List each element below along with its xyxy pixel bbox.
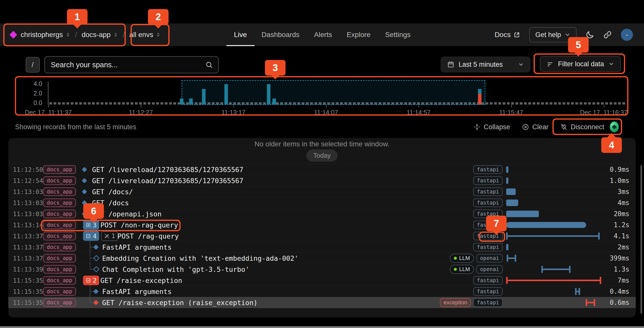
bottom-strip (0, 326, 644, 328)
avatar[interactable]: - (621, 29, 633, 41)
row-duration: 3ms (618, 188, 629, 195)
row-duration: 7ms (618, 277, 629, 284)
project-tag: docs_app (43, 298, 76, 307)
search-shortcut-key: / (26, 57, 40, 73)
row-timestamp: 11:13:37 (13, 255, 43, 262)
clear-button[interactable]: Clear (522, 123, 549, 131)
duration-bar (575, 288, 580, 295)
table-row[interactable]: 11:15:35docs_app2GET /raise-exceptionfas… (8, 275, 636, 286)
time-range-button[interactable]: Last 5 minutes (441, 57, 530, 72)
duration-bar (506, 200, 518, 206)
framework-tag: fastapi (473, 243, 503, 251)
diamond-filled-blue (82, 189, 87, 194)
llm-tag: LLM (450, 254, 474, 263)
tab-settings[interactable]: Settings (385, 23, 411, 46)
span-name: FastAPI arguments (102, 243, 172, 251)
docs-link[interactable]: Docs (495, 31, 520, 39)
diamond-filled-red (93, 300, 99, 305)
tab-live[interactable]: Live (234, 23, 247, 46)
scrubbed-badge[interactable]: 1 (101, 231, 118, 241)
clear-circle-x-icon (522, 123, 529, 131)
row-timestamp: 11:15:35 (13, 277, 43, 284)
row-timestamp: 11:12:54 (13, 177, 43, 184)
expand-collapse-badge[interactable]: 2 (83, 276, 99, 285)
annotation-box-1 (3, 23, 126, 46)
row-timestamp: 11:13:03 (13, 210, 43, 218)
duration-bar-track (506, 186, 627, 197)
duration-bar-track (506, 219, 627, 231)
project-tag: docs_app (43, 287, 76, 296)
search-input[interactable] (50, 60, 205, 69)
annotation-box-6 (41, 220, 181, 231)
table-row[interactable]: 11:12:54docs_appGET /livereload/12703636… (8, 175, 636, 186)
project-tag: docs_app (43, 165, 76, 174)
span-name: Embedding Creation with 'text-embedding-… (102, 254, 298, 262)
table-row[interactable]: 11:13:03docs_appGET /docs/fastapi3ms (8, 186, 636, 197)
framework-tag: fastapi (473, 276, 503, 285)
share-link-icon[interactable] (603, 30, 612, 39)
project-tag: docs_app (43, 243, 76, 251)
row-tags: fastapi (473, 276, 503, 285)
row-duration: 0.4ms (610, 288, 629, 295)
project-tag: docs_app (43, 176, 76, 185)
today-pill[interactable]: Today (306, 150, 337, 161)
annotation-badge-2: 2 (148, 9, 169, 25)
duration-bar (586, 299, 595, 306)
external-link-icon (514, 31, 520, 38)
row-tags: fastapi (473, 287, 503, 296)
diamond-filled-blue (82, 178, 87, 183)
row-tags: LLMopenai (450, 265, 503, 274)
duration-bar (506, 222, 586, 228)
table-row[interactable]: 11:13:39docs_appChat Completion with 'gp… (8, 264, 636, 275)
row-tags: fastapi (473, 199, 503, 207)
header-right: Docs Get help - (495, 23, 633, 46)
duration-bar-track (506, 164, 627, 175)
search-icon (205, 61, 213, 69)
get-help-label: Get help (535, 31, 561, 39)
row-duration: 4ms (618, 199, 629, 207)
table-row[interactable]: 11:15:35docs_appGET /raise-exception (ra… (8, 297, 636, 308)
row-duration: 1.0ms (610, 177, 629, 184)
span-name: POST /rag-query (117, 232, 179, 240)
row-tags: exceptionfastapi (440, 298, 503, 307)
table-row[interactable]: 11:12:50docs_appGET /livereload/12703636… (8, 164, 636, 175)
duration-bar-track (506, 264, 627, 275)
duration-bar-track (506, 275, 627, 286)
annotation-box-5 (534, 53, 625, 74)
row-timestamp: 11:15:35 (13, 299, 43, 306)
expand-collapse-badge[interactable]: 4 (83, 231, 99, 241)
search-box[interactable] (44, 56, 219, 73)
scrollbar-thumb[interactable] (640, 165, 642, 314)
collapse-button[interactable]: Collapse (473, 123, 510, 131)
collapse-label: Collapse (484, 123, 510, 131)
status-row: Showing records from the last 5 minutes … (0, 118, 644, 136)
duration-bar-track (506, 297, 627, 308)
annotation-badge-4: 4 (601, 137, 622, 153)
tree-connector-line (90, 297, 90, 303)
framework-tag: fastapi (473, 176, 503, 185)
main-nav: Live Dashboards Alerts Explore Settings (234, 23, 411, 46)
table-row[interactable]: 11:15:35docs_appFastAPI argumentsfastapi… (8, 286, 636, 297)
table-row[interactable]: 11:13:37docs_appFastAPI argumentsfastapi… (8, 242, 636, 253)
tab-alerts[interactable]: Alerts (314, 23, 332, 46)
table-row[interactable]: 11:13:37docs_app41POST /rag-queryfastapi… (8, 231, 636, 242)
child-count: 2 (93, 277, 97, 284)
row-duration: 399ms (610, 254, 629, 262)
duration-bar-line (586, 302, 595, 303)
row-timestamp: 11:15:35 (13, 288, 43, 295)
tab-dashboards[interactable]: Dashboards (261, 23, 299, 46)
duration-bar (541, 266, 571, 273)
row-tags: LLMopenai (450, 254, 503, 263)
row-timestamp: 11:12:50 (13, 166, 43, 173)
exception-tag: exception (440, 298, 471, 307)
span-name: GET /raise-exception (100, 277, 182, 284)
scrubbed-count: 1 (111, 233, 115, 240)
row-tags: fastapi (473, 243, 503, 251)
annotation-badge-1: 1 (67, 9, 88, 25)
table-row[interactable]: 11:13:37docs_appEmbedding Creation with … (8, 253, 636, 264)
diamond-hollow-blue (93, 266, 99, 272)
row-duration: 4.1s (614, 232, 629, 240)
row-duration: 1.3s (614, 266, 629, 273)
tab-explore[interactable]: Explore (347, 23, 371, 46)
llm-label: LLM (459, 255, 470, 261)
